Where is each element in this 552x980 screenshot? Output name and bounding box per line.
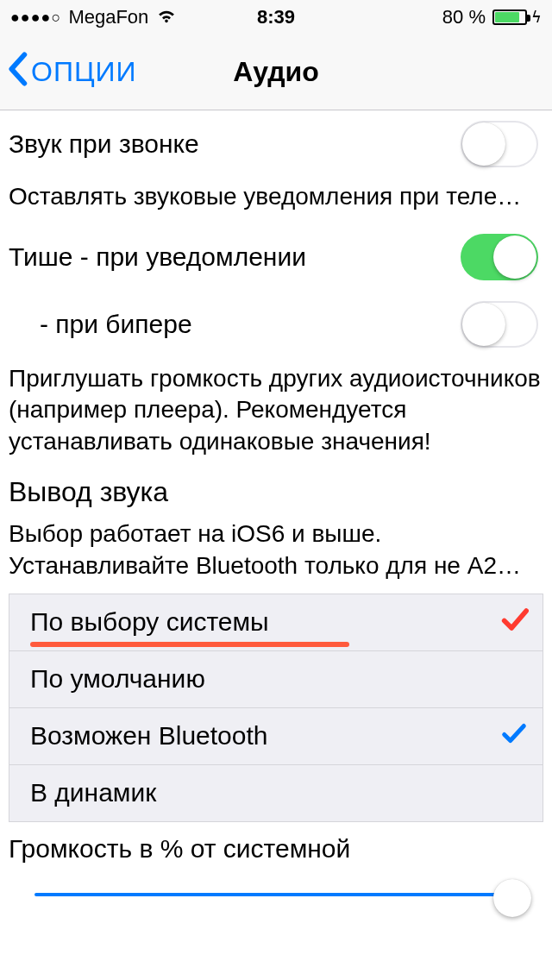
output-option-bluetooth[interactable]: Возможен Bluetooth xyxy=(9,708,543,765)
wifi-icon xyxy=(155,6,178,28)
carrier-label: MegaFon xyxy=(68,6,148,28)
checkmark-icon xyxy=(499,605,529,640)
battery-fill xyxy=(495,12,519,22)
note-output-line1: Выбор работает на iOS6 и выше. xyxy=(9,518,543,550)
output-option-speaker[interactable]: В динамик xyxy=(9,765,543,822)
switch-quiet-on-notify[interactable] xyxy=(461,234,538,280)
charging-icon: ϟ xyxy=(531,8,542,27)
battery-percent-label: 80 % xyxy=(442,6,486,28)
section-output-title: Вывод звука xyxy=(0,469,552,513)
row-label: - при бипере xyxy=(9,310,461,339)
back-label: ОПЦИИ xyxy=(31,56,137,88)
option-label: По выбору системы xyxy=(30,607,269,637)
checkmark-icon xyxy=(499,719,529,754)
note-output-line2: Устанавливайте Bluetooth только для не A… xyxy=(9,550,543,581)
status-right: 80 % ϟ xyxy=(442,6,542,28)
note-output: Выбор работает на iOS6 и выше. Устанавли… xyxy=(0,513,552,587)
content: Звук при звонке Оставлять звуковые уведо… xyxy=(0,110,552,920)
row-quiet-on-beeper[interactable]: - при бипере xyxy=(0,291,552,358)
slider-track xyxy=(34,893,518,896)
option-label: Возможен Bluetooth xyxy=(30,721,268,751)
switch-sound-on-call[interactable] xyxy=(461,121,538,167)
navigation-bar: ОПЦИИ Аудио xyxy=(0,35,552,110)
output-option-default[interactable]: По умолчанию xyxy=(9,651,543,708)
battery-icon: ϟ xyxy=(492,8,542,27)
status-left: ●●●●○ MegaFon xyxy=(10,6,178,28)
row-quiet-on-notify[interactable]: Тише - при уведомлении xyxy=(0,223,552,291)
row-label: Звук при звонке xyxy=(9,129,461,159)
row-sound-on-call[interactable]: Звук при звонке xyxy=(0,110,552,178)
slider-thumb[interactable] xyxy=(493,879,531,917)
status-bar: ●●●●○ MegaFon 8:39 80 % ϟ xyxy=(0,0,552,35)
volume-title: Громкость в % от системной xyxy=(0,822,552,869)
note-quiet: Приглушать громкость других аудиоисточни… xyxy=(0,358,552,469)
output-option-group: По выбору системы По умолчанию Возможен … xyxy=(9,594,543,822)
output-option-system[interactable]: По выбору системы xyxy=(9,594,543,651)
option-label: По умолчанию xyxy=(30,664,205,694)
highlight-underline xyxy=(30,642,349,647)
chevron-left-icon xyxy=(7,52,28,93)
note-sound-on-call: Оставлять звуковые уведомления при теле… xyxy=(0,178,552,223)
switch-quiet-on-beeper[interactable] xyxy=(461,301,538,348)
option-label: В динамик xyxy=(30,778,156,807)
row-label: Тише - при уведомлении xyxy=(9,242,461,272)
volume-slider[interactable] xyxy=(0,869,552,920)
back-button[interactable]: ОПЦИИ xyxy=(0,52,137,93)
signal-strength-icon: ●●●●○ xyxy=(10,9,61,27)
